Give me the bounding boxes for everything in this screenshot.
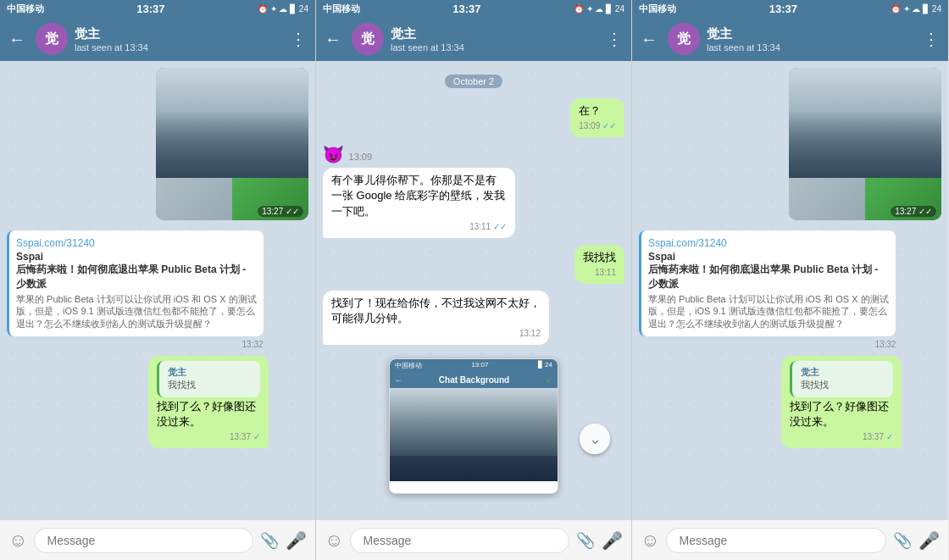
msg-zai-2: 在？ 13:09 ✓✓ xyxy=(323,98,624,137)
img-time-3: 13:27 ✓✓ xyxy=(891,206,936,217)
avatar-1: 觉 xyxy=(36,23,68,55)
nested-phone-row: 中国移动 13:07 ▊ 24 ← Chat Background ✓ xyxy=(323,352,624,501)
more-button-1[interactable]: ⋮ xyxy=(290,29,307,49)
signal-1: ⏰ ✦ ☁ ▊ 24 xyxy=(258,4,308,14)
status-bar-2: 中国移动 13:37 ⏰ ✦ ☁ ▊ 24 xyxy=(316,0,631,17)
reply-time-3: 13:37 ✓ xyxy=(790,431,893,443)
emoji-button-2[interactable]: ☺ xyxy=(325,530,343,552)
msg-search-2: 我找找 13:11 xyxy=(323,245,624,284)
skyline-3 xyxy=(789,68,941,178)
reply-text-1: 我找找 xyxy=(168,379,252,391)
panel-2: 中国移动 13:37 ⏰ ✦ ☁ ▊ 24 ← 觉 觉主 last seen a… xyxy=(316,0,632,560)
mic-button-1[interactable]: 🎤 xyxy=(286,530,307,551)
emoji-button-1[interactable]: ☺ xyxy=(8,530,27,552)
emoji-button-3[interactable]: ☺ xyxy=(641,530,659,552)
mic-button-2[interactable]: 🎤 xyxy=(602,530,623,551)
signal-2: ⏰ ✦ ☁ ▊ 24 xyxy=(574,4,624,14)
carrier-3: 中国移动 xyxy=(639,3,676,15)
reply-time-1: 13:37 ✓ xyxy=(157,431,260,443)
status-bar-3: 中国移动 13:37 ⏰ ✦ ☁ ▊ 24 xyxy=(632,0,948,17)
nested-phone: 中国移动 13:07 ▊ 24 ← Chat Background ✓ xyxy=(389,358,558,494)
msg-demon-2: 😈 13:09 有个事儿得你帮下。你那是不是有一张 Google 给底彩字的壁纸… xyxy=(323,144,624,238)
nested-time: 13:07 xyxy=(471,361,488,370)
buildings-3 xyxy=(789,110,941,178)
chat-header-1: ← 觉 觉主 last seen at 13:34 ⋮ xyxy=(0,17,315,61)
messages-3: 13:27 ✓✓ Sspai.com/31240 Sspai 后悔药来啦！如何彻… xyxy=(632,61,948,457)
link-msg-3: Sspai.com/31240 Sspai 后悔药来啦！如何彻底退出苹果 Pub… xyxy=(639,227,941,349)
link-url-1: Sspai.com/31240 xyxy=(16,237,257,249)
img-q1 xyxy=(156,178,232,220)
carrier-2: 中国移动 xyxy=(323,3,360,15)
reply-bubble-1: 觉主 我找找 找到了么？好像图还没过来。 13:37 ✓ xyxy=(148,356,269,448)
message-input-2[interactable] xyxy=(350,528,569,553)
chat-image-1: 13:27 ✓✓ xyxy=(156,68,308,220)
status-bar-1: 中国移动 13:37 ⏰ ✦ ☁ ▊ 24 xyxy=(0,0,315,17)
nested-status: 中国移动 13:07 ▊ 24 xyxy=(390,359,558,372)
input-bar-1: ☺ 📎 🎤 xyxy=(0,519,315,560)
messages-1: 13:27 ✓✓ Sspai.com/31240 Sspai 后悔药来啦！如何彻… xyxy=(0,61,315,457)
carrier-1: 中国移动 xyxy=(7,3,44,15)
message-input-3[interactable] xyxy=(666,528,886,553)
mic-button-3[interactable]: 🎤 xyxy=(918,530,940,551)
attach-button-2[interactable]: 📎 xyxy=(576,531,595,550)
link-msg-1: Sspai.com/31240 Sspai 后悔药来啦！如何彻底退出苹果 Pub… xyxy=(7,227,308,349)
chat-area-1: 13:27 ✓✓ Sspai.com/31240 Sspai 后悔药来啦！如何彻… xyxy=(0,61,315,519)
nested-ground xyxy=(390,456,558,481)
avatar-2: 觉 xyxy=(352,23,384,55)
contact-info-2: 觉主 last seen at 13:34 xyxy=(391,26,599,53)
avatar-3: 觉 xyxy=(668,23,700,55)
reply-msg-3: 觉主 我找找 找到了么？好像图还没过来。 13:37 ✓ xyxy=(639,356,941,448)
bubble-search-2: 我找找 13:11 xyxy=(574,245,624,284)
skyline-1 xyxy=(156,68,308,178)
contact-info-3: 觉主 last seen at 13:34 xyxy=(707,26,916,53)
time-search-2: 13:11 xyxy=(583,267,616,279)
date-divider-2: October 2 xyxy=(323,73,624,88)
reply-bubble-3: 觉主 我找找 找到了么？好像图还没过来。 13:37 ✓ xyxy=(781,356,902,448)
nested-carrier: 中国移动 xyxy=(395,361,422,370)
link-desc-3: 苹果的 Public Beta 计划可以让你试用 iOS 和 OS X 的测试版… xyxy=(648,293,889,330)
link-url-3: Sspai.com/31240 xyxy=(648,237,889,249)
demon-icon-2: 😈 13:09 xyxy=(323,144,580,164)
reply-text-3: 我找找 xyxy=(801,379,885,391)
nested-chat-bg xyxy=(390,388,558,481)
ticks-zai-2: ✓✓ xyxy=(602,121,616,130)
back-button-3[interactable]: ← xyxy=(641,30,658,49)
image-msg-3: 13:27 ✓✓ xyxy=(639,68,941,220)
time-found-2: 13:12 xyxy=(331,328,541,340)
attach-button-1[interactable]: 📎 xyxy=(260,531,279,550)
nested-skyline xyxy=(390,388,558,456)
link-time-3: 13:32 xyxy=(639,340,896,349)
link-title-1: 后悔药来啦！如何彻底退出苹果 Public Beta 计划 - 少数派 xyxy=(16,263,257,291)
reply-msg-1: 觉主 我找找 找到了么？好像图还没过来。 13:37 ✓ xyxy=(7,356,308,448)
panel-1: 中国移动 13:37 ⏰ ✦ ☁ ▊ 24 ← 觉 觉主 last seen a… xyxy=(0,0,316,560)
signal-3: ⏰ ✦ ☁ ▊ 24 xyxy=(891,4,941,14)
reply-name-3: 觉主 xyxy=(801,366,885,379)
date-label-2: October 2 xyxy=(445,75,502,88)
link-title-3: 后悔药来啦！如何彻底退出苹果 Public Beta 计划 - 少数派 xyxy=(648,263,889,291)
contact-name-1: 觉主 xyxy=(75,26,283,42)
input-bar-3: ☺ 📎 🎤 xyxy=(632,519,948,560)
bubble-demon-text-2: 有个事儿得你帮下。你那是不是有一张 Google 给底彩字的壁纸，发我一下吧。 … xyxy=(323,168,515,238)
link-preview-1: Sspai.com/31240 Sspai 后悔药来啦！如何彻底退出苹果 Pub… xyxy=(7,230,264,336)
msg-found-2: 找到了！现在给你传，不过我这网不太好，可能得几分钟。 13:12 xyxy=(323,291,624,345)
contact-status-3: last seen at 13:34 xyxy=(707,42,916,53)
link-time-1: 13:32 xyxy=(7,340,264,349)
contact-status-2: last seen at 13:34 xyxy=(391,42,599,53)
back-button-1[interactable]: ← xyxy=(8,30,25,49)
link-preview-3: Sspai.com/31240 Sspai 后悔药来啦！如何彻底退出苹果 Pub… xyxy=(639,230,896,336)
bubble-found-2: 找到了！现在给你传，不过我这网不太好，可能得几分钟。 13:12 xyxy=(323,291,549,345)
more-button-3[interactable]: ⋮ xyxy=(923,29,940,49)
reply-msg-text-1: 找到了么？好像图还没过来。 xyxy=(157,399,260,430)
message-input-1[interactable] xyxy=(34,528,253,553)
link-desc-1: 苹果的 Public Beta 计划可以让你试用 iOS 和 OS X 的测试版… xyxy=(16,293,257,330)
attach-button-3[interactable]: 📎 xyxy=(893,531,912,550)
nested-check[interactable]: ✓ xyxy=(546,376,552,385)
more-button-2[interactable]: ⋮ xyxy=(606,29,623,49)
reply-name-1: 觉主 xyxy=(168,366,252,379)
link-site-3: Sspai xyxy=(648,251,889,263)
chat-area-2: October 2 在？ 13:09 ✓✓ 😈 13:09 有个事儿得你帮下。你… xyxy=(316,61,631,519)
nested-title: Chat Background xyxy=(406,375,542,385)
back-button-2[interactable]: ← xyxy=(325,30,341,49)
img-time-1: 13:27 ✓✓ xyxy=(258,206,303,217)
time-3: 13:37 xyxy=(769,3,797,15)
